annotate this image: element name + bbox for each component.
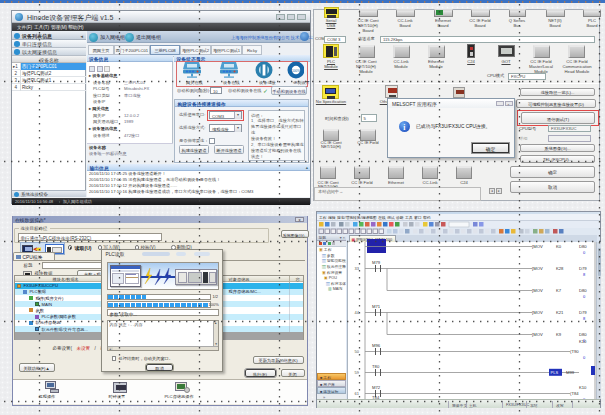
svg-text:0: 0 <box>583 293 586 298</box>
svg-text:K7: K7 <box>556 288 562 293</box>
svg-text:0: 0 <box>583 354 586 359</box>
svg-text:[MOV: [MOV <box>532 244 543 249</box>
svg-text:59: 59 <box>355 370 360 375</box>
svg-text:[MOV: [MOV <box>532 288 543 293</box>
svg-text:[MOV: [MOV <box>532 266 543 271</box>
svg-text:K9: K9 <box>556 332 562 337</box>
svg-text:[MOV: [MOV <box>532 310 543 315</box>
svg-text:(T84: (T84 <box>570 391 579 396</box>
svg-text:0: 0 <box>583 249 586 254</box>
svg-text:100%: 100% <box>292 69 300 73</box>
svg-text:M99: M99 <box>566 370 575 375</box>
svg-text:44: 44 <box>355 310 360 315</box>
svg-text:(T90: (T90 <box>570 349 579 354</box>
svg-text:K0: K0 <box>556 244 562 249</box>
svg-text:[MOV: [MOV <box>532 332 543 337</box>
svg-text:61: 61 <box>355 391 360 396</box>
svg-text:M96: M96 <box>372 342 381 347</box>
svg-text:50: 50 <box>355 349 360 354</box>
svg-text:K21: K21 <box>556 310 564 315</box>
svg-text:33: 33 <box>355 266 360 271</box>
svg-text:K28: K28 <box>556 266 564 271</box>
svg-text:T80: T80 <box>372 363 380 368</box>
svg-text:K10: K10 <box>579 385 587 390</box>
svg-text:M72: M72 <box>372 384 381 389</box>
svg-text:M71: M71 <box>372 303 381 308</box>
svg-text:8: 8 <box>583 315 586 320</box>
svg-text:PLS: PLS <box>551 370 559 375</box>
svg-text:M79: M79 <box>372 259 381 264</box>
svg-text:8: 8 <box>583 271 586 276</box>
